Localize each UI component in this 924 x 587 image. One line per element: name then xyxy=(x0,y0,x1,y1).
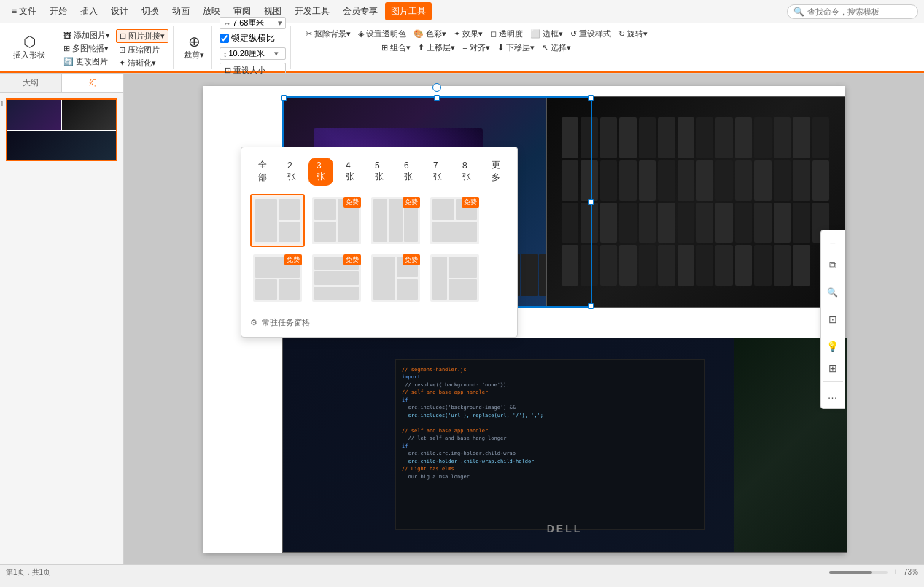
popup-tab-3[interactable]: 3张 xyxy=(308,158,333,186)
layout-item-3[interactable]: 免费 xyxy=(368,194,423,247)
remove-bg-btn[interactable]: ✂ 抠除背景▾ xyxy=(303,28,354,40)
layout-item-8[interactable] xyxy=(427,252,482,305)
search-input[interactable] xyxy=(807,7,909,16)
menu-dev[interactable]: 开发工具 xyxy=(289,2,335,20)
image-stitch-popup: 全部 2张 3张 4张 5张 6张 7张 8张 更多 xyxy=(241,147,518,338)
lock-ratio-checkbox[interactable] xyxy=(220,34,229,43)
slide-thumb-inner xyxy=(6,98,117,161)
opacity-icon: ◻ xyxy=(490,29,497,39)
height-input[interactable] xyxy=(229,50,273,58)
group-icon: ⊞ xyxy=(381,43,388,53)
multi-carousel-btn[interactable]: ⊞ 多图轮播▾ xyxy=(61,42,113,55)
size-inputs: ↔ ▾ 锁定纵横比 ↕ ▾ ⊡ 重设大小 xyxy=(220,17,286,78)
crop-btn[interactable]: ⊕ 裁剪▾ xyxy=(181,33,207,62)
image-keyboard[interactable] xyxy=(546,96,845,308)
ribbon-group-tools: ✂ 抠除背景▾ ◈ 设置透明色 🎨 色彩▾ ✦ 效果▾ ◻ 透明度 ⬜ 边框▾ xyxy=(294,26,659,69)
rt-layers-btn[interactable]: ⧉ xyxy=(823,255,843,276)
layout-item-2[interactable]: 免费 xyxy=(309,194,364,247)
menu-insert[interactable]: 插入 xyxy=(74,2,104,20)
rt-minus-btn[interactable]: − xyxy=(823,233,843,254)
rt-tips-btn[interactable]: 💡 xyxy=(823,336,843,357)
rt-divider-1 xyxy=(823,279,843,279)
popup-tab-6[interactable]: 6张 xyxy=(396,158,421,186)
ribbon-group-size: ↔ ▾ 锁定纵横比 ↕ ▾ ⊡ 重设大小 xyxy=(215,26,291,69)
popup-tab-8[interactable]: 8张 xyxy=(454,158,479,186)
sharpen-btn[interactable]: ✦ 清晰化▾ xyxy=(116,57,168,69)
lock-ratio-label: 锁定纵横比 xyxy=(231,32,275,44)
popup-tabs: 全部 2张 3张 4张 5张 6张 7张 8张 更多 xyxy=(250,156,508,187)
border-icon: ⬜ xyxy=(530,29,540,39)
reset-style-label: 重设样式 xyxy=(579,28,611,39)
menu-start[interactable]: 开始 xyxy=(44,2,73,20)
width-input[interactable] xyxy=(233,19,276,28)
layout-item-7[interactable]: 免费 xyxy=(368,252,423,305)
rt-more-btn[interactable]: … xyxy=(823,385,843,405)
menu-file[interactable]: ≡ 文件 xyxy=(6,2,42,20)
sidebar-tab-slides[interactable]: 幻 xyxy=(62,74,123,92)
rt-zoom-btn[interactable]: 🔍 xyxy=(823,282,843,303)
layout-item-6[interactable]: 免费 xyxy=(309,252,364,305)
layout-row-1: 免费 免费 xyxy=(250,194,508,247)
align-icon: ≡ xyxy=(462,44,467,53)
compress-label: 压缩图片 xyxy=(128,44,160,55)
effect-label: 效果▾ xyxy=(462,28,483,39)
effect-btn[interactable]: ✦ 效果▾ xyxy=(451,28,486,40)
border-btn[interactable]: ⬜ 边框▾ xyxy=(527,28,566,40)
height-input-group: ↕ ▾ xyxy=(220,47,286,60)
menu-design[interactable]: 设计 xyxy=(105,2,134,20)
layout-item-1[interactable] xyxy=(250,194,305,247)
rotate-label: 旋转▾ xyxy=(627,28,648,39)
change-image-btn[interactable]: 🔄 更改图片 xyxy=(61,55,113,68)
height-dropdown-icon[interactable]: ▾ xyxy=(274,49,279,58)
popup-footer[interactable]: ⚙ 常驻任务窗格 xyxy=(250,311,508,328)
popup-tab-all[interactable]: 全部 xyxy=(250,156,275,187)
zoom-slider[interactable] xyxy=(829,571,888,574)
insert-shape-btn[interactable]: ⬡ 插入形状 xyxy=(10,33,48,62)
zoom-out-btn[interactable]: − xyxy=(819,568,823,576)
menu-member[interactable]: 会员专享 xyxy=(337,2,384,20)
menu-image-tool[interactable]: 图片工具 xyxy=(385,2,432,20)
select-btn[interactable]: ↖ 选择▾ xyxy=(539,42,574,54)
slide-thumbnail-1[interactable]: 1 xyxy=(0,93,123,167)
popup-tab-more[interactable]: 更多 xyxy=(484,156,508,187)
add-image-icon: 🖼 xyxy=(63,31,71,40)
add-image-btn[interactable]: 🖼 添加图片▾ xyxy=(61,29,113,42)
search-bar[interactable]: 🔍 xyxy=(787,4,918,19)
rotate-icon: ↻ xyxy=(618,29,625,39)
compress-btn[interactable]: ⊡ 压缩图片 xyxy=(116,44,168,56)
rt-grid-btn[interactable]: ⊞ xyxy=(823,358,843,378)
menu-animation[interactable]: 动画 xyxy=(166,2,195,20)
layout-row-2: 免费 免费 xyxy=(250,252,508,305)
rotate-btn[interactable]: ↻ 旋转▾ xyxy=(616,28,651,40)
reset-style-btn[interactable]: ↺ 重设样式 xyxy=(567,28,614,40)
popup-tab-4[interactable]: 4张 xyxy=(338,158,362,186)
free-badge-2: 免费 xyxy=(343,197,361,208)
move-down-btn[interactable]: ⬇ 下移层▾ xyxy=(494,42,537,54)
image-stitch-btn[interactable]: ⊟ 图片拼接▾ xyxy=(116,29,168,43)
color-icon: 🎨 xyxy=(414,29,424,39)
image-code[interactable]: // segment-handler.js import // resolve(… xyxy=(282,338,847,553)
popup-tab-2[interactable]: 2张 xyxy=(279,158,304,186)
insert-shape-icon: ⬡ xyxy=(23,34,36,49)
layout-item-5[interactable]: 免费 xyxy=(250,252,305,305)
move-up-btn[interactable]: ⬆ 上移层▾ xyxy=(415,42,458,54)
set-transparent-btn[interactable]: ◈ 设置透明色 xyxy=(355,28,409,40)
sidebar-tab-outline[interactable]: 大纲 xyxy=(0,74,62,92)
rt-crop-btn[interactable]: ⊡ xyxy=(823,309,843,330)
align-btn[interactable]: ≡ 对齐▾ xyxy=(459,42,492,54)
zoom-in-btn[interactable]: + xyxy=(893,568,898,576)
search-icon: 🔍 xyxy=(793,7,804,17)
opacity-btn[interactable]: ◻ 透明度 xyxy=(487,28,526,40)
group-btn[interactable]: ⊞ 组合▾ xyxy=(378,42,414,54)
width-dropdown-icon[interactable]: ▾ xyxy=(278,18,282,28)
layout-item-4[interactable]: 免费 xyxy=(427,194,482,247)
zoom-controls: − + 73% xyxy=(819,568,918,576)
ribbon: ⬡ 插入形状 🖼 添加图片▾ ⊞ 多图轮播▾ 🔄 更改图片 xyxy=(0,23,924,74)
width-input-group: ↔ ▾ xyxy=(220,17,286,29)
popup-tab-5[interactable]: 5张 xyxy=(367,158,392,186)
menu-switch[interactable]: 切换 xyxy=(136,2,165,20)
transparent-icon: ◈ xyxy=(358,29,364,39)
popup-tab-7[interactable]: 7张 xyxy=(425,158,450,186)
ribbon-row-right: ⊟ 图片拼接▾ ⊡ 压缩图片 ✦ 清晰化▾ xyxy=(116,29,168,69)
color-btn[interactable]: 🎨 色彩▾ xyxy=(411,28,449,40)
